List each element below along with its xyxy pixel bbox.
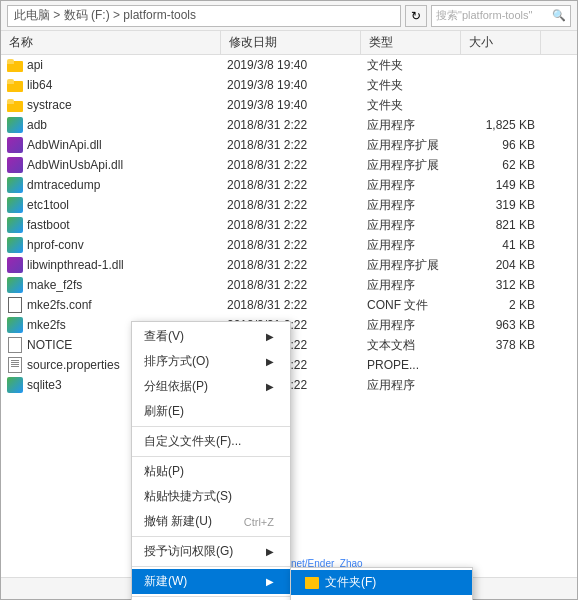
file-size [461,95,541,115]
table-row[interactable]: hprof-conv 2018/8/31 2:22 应用程序 41 KB [1,235,577,255]
dll-icon [7,157,23,173]
filename-text: NOTICE [27,338,72,352]
table-row[interactable]: etc1tool 2018/8/31 2:22 应用程序 319 KB [1,195,577,215]
file-name: dmtracedump [1,175,221,195]
table-row[interactable]: lib64 2019/3/8 19:40 文件夹 [1,75,577,95]
menu-item-label: 新建(W) [144,573,187,590]
context-menu-item[interactable]: 刷新(E) [132,399,290,424]
address-path[interactable]: 此电脑 > 数码 (F:) > platform-tools [7,5,401,27]
file-name: hprof-conv [1,235,221,255]
file-size: 2 KB [461,295,541,315]
file-type-icon [7,97,23,113]
file-type-icon [7,277,23,293]
menu-item-label: 分组依据(P) [144,378,208,395]
new-submenu: 文件夹(F)快捷方式(S)联系人DOC 文档DOCX 文档PPT 演示文稿PPT… [290,567,473,600]
menu-item-label: 撤销 新建(U) [144,513,212,530]
exe-icon [7,377,23,393]
dll-icon [7,137,23,153]
table-row[interactable]: AdbWinUsbApi.dll 2018/8/31 2:22 应用程序扩展 6… [1,155,577,175]
file-modified: 2018/8/31 2:22 [221,175,361,195]
file-type-icon [7,157,23,173]
context-menu-item[interactable]: 撤销 新建(U)Ctrl+Z [132,509,290,534]
table-row[interactable]: systrace 2019/3/8 19:40 文件夹 [1,95,577,115]
menu-separator [132,566,290,567]
file-type-icon [7,77,23,93]
table-row[interactable]: dmtracedump 2018/8/31 2:22 应用程序 149 KB [1,175,577,195]
file-modified: 2019/3/8 19:40 [221,95,361,115]
new-submenu-item[interactable]: 文件夹(F) [291,570,472,595]
submenu-arrow-icon: ▶ [266,576,274,587]
file-explorer-window: 此电脑 > 数码 (F:) > platform-tools ↻ 搜索"plat… [0,0,578,600]
search-box[interactable]: 搜索"platform-tools" 🔍 [431,5,571,27]
table-row[interactable]: adb 2018/8/31 2:22 应用程序 1,825 KB [1,115,577,135]
context-menu-item[interactable]: 授予访问权限(G)▶ [132,539,290,564]
context-menu-item[interactable]: 查看(V)▶ [132,324,290,349]
context-menu: 查看(V)▶排序方式(O)▶分组依据(P)▶刷新(E)自定义文件夹(F)...粘… [131,321,291,600]
context-menu-item[interactable]: 粘贴(P) [132,459,290,484]
refresh-button[interactable]: ↻ [405,5,427,27]
filename-text: etc1tool [27,198,69,212]
menu-separator [132,536,290,537]
file-modified: 2019/3/8 19:40 [221,75,361,95]
file-modified: 2019/3/8 19:40 [221,55,361,75]
menu-item-label: 刷新(E) [144,403,184,420]
file-type: 文件夹 [361,75,461,95]
filename-text: libwinpthread-1.dll [27,258,124,272]
file-size [461,355,541,375]
col-type[interactable]: 类型 [361,31,461,54]
file-modified: 2018/8/31 2:22 [221,275,361,295]
context-menu-item[interactable]: 分组依据(P)▶ [132,374,290,399]
file-name: make_f2fs [1,275,221,295]
file-type: 应用程序 [361,115,461,135]
col-modified[interactable]: 修改日期 [221,31,361,54]
folder-icon [305,577,319,589]
col-name[interactable]: 名称 [1,31,221,54]
file-type: CONF 文件 [361,295,461,315]
table-row[interactable]: AdbWinApi.dll 2018/8/31 2:22 应用程序扩展 96 K… [1,135,577,155]
table-row[interactable]: make_f2fs 2018/8/31 2:22 应用程序 312 KB [1,275,577,295]
menu-separator [132,426,290,427]
file-type-icon [7,237,23,253]
table-row[interactable]: fastboot 2018/8/31 2:22 应用程序 821 KB [1,215,577,235]
file-name: mke2fs.conf [1,295,221,315]
context-menu-item[interactable]: 排序方式(O)▶ [132,349,290,374]
path-text: 此电脑 > 数码 (F:) > platform-tools [14,7,196,24]
new-submenu-item[interactable]: 快捷方式(S) [291,595,472,600]
file-size [461,375,541,395]
file-name: AdbWinApi.dll [1,135,221,155]
folder-icon [7,79,23,92]
file-type-icon [7,377,23,393]
menu-item-label: 粘贴快捷方式(S) [144,488,232,505]
file-type-icon [7,297,23,313]
file-size [461,75,541,95]
file-size [461,55,541,75]
exe-icon [7,177,23,193]
file-type: 应用程序扩展 [361,135,461,155]
table-row[interactable]: mke2fs.conf 2018/8/31 2:22 CONF 文件 2 KB [1,295,577,315]
file-size: 821 KB [461,215,541,235]
column-headers: 名称 修改日期 类型 大小 [1,31,577,55]
file-size: 319 KB [461,195,541,215]
context-menu-item[interactable]: 自定义文件夹(F)... [132,429,290,454]
col-size[interactable]: 大小 [461,31,541,54]
file-type: 应用程序 [361,235,461,255]
menu-shortcut: Ctrl+Z [244,516,274,528]
menu-item-label: 排序方式(O) [144,353,209,370]
file-icon [8,357,22,373]
exe-icon [7,317,23,333]
address-bar: 此电脑 > 数码 (F:) > platform-tools ↻ 搜索"plat… [1,1,577,31]
file-type: 应用程序扩展 [361,155,461,175]
file-size: 149 KB [461,175,541,195]
file-type: 文本文档 [361,335,461,355]
file-type: 应用程序扩展 [361,255,461,275]
table-row[interactable]: libwinpthread-1.dll 2018/8/31 2:22 应用程序扩… [1,255,577,275]
context-menu-item[interactable]: 粘贴快捷方式(S) [132,484,290,509]
file-name: fastboot [1,215,221,235]
context-menu-item[interactable]: 新建(W)▶文件夹(F)快捷方式(S)联系人DOC 文档DOCX 文档PPT 演… [132,569,290,594]
file-modified: 2018/8/31 2:22 [221,235,361,255]
folder-icon [7,99,23,112]
exe-icon [7,237,23,253]
file-modified: 2018/8/31 2:22 [221,195,361,215]
menu-item-label: 自定义文件夹(F)... [144,433,241,450]
table-row[interactable]: api 2019/3/8 19:40 文件夹 [1,55,577,75]
